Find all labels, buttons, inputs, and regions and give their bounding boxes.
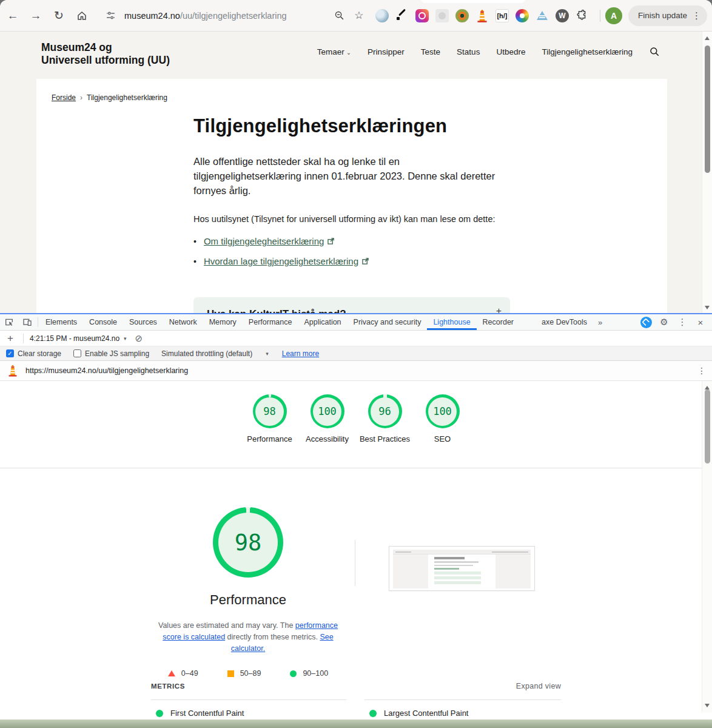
scroll-up-arrow-icon[interactable]	[705, 36, 710, 40]
list-item: Hvordan lage tilgjengelighetserklæring	[193, 256, 510, 266]
report-select-dropdown[interactable]: 4:21:15 PM - museum24.no ▾	[30, 334, 127, 343]
link-om-tilgjengelegheitserklaering[interactable]: Om tilgjengelegheitserklæring	[204, 236, 324, 246]
accessibility-label: Accessibility	[306, 434, 349, 444]
site-nav: Temaer⌄ Prinsipper Teste Status Utbedre …	[317, 46, 660, 57]
new-report-icon[interactable]: +	[4, 332, 17, 345]
clear-reports-icon[interactable]: ⊘	[135, 333, 143, 344]
thumbnail-header	[393, 550, 531, 554]
tab-recorder[interactable]: Recorder	[477, 314, 520, 330]
tab-lighthouse[interactable]: Lighthouse	[427, 314, 476, 330]
nav-item-tilgjengelighetserklaering[interactable]: Tilgjengelighetserklæring	[542, 47, 633, 56]
profile-avatar[interactable]: A	[605, 7, 622, 24]
browser-toolbar: ← → ↻ museum24.no/uu/tilgjengelighetserk…	[0, 0, 712, 32]
tab-sources[interactable]: Sources	[123, 314, 163, 330]
extension-icon-wave[interactable]: W	[556, 9, 569, 22]
devtools-extension-icon[interactable]	[638, 315, 654, 329]
metrics-divider-left	[151, 699, 346, 700]
clear-storage-option[interactable]: ✓ Clear storage	[6, 349, 61, 358]
nav-item-teste[interactable]: Teste	[421, 47, 440, 56]
throttling-dropdown[interactable]: Simulated throttling (default) ▾	[161, 349, 269, 358]
reload-icon[interactable]: ↻	[49, 5, 69, 26]
tab-privacy-and-security[interactable]: Privacy and security	[348, 314, 428, 330]
url-path: /uu/tilgjengelighetserklaring	[180, 11, 287, 21]
devtools-scrollbar-thumb[interactable]	[705, 389, 710, 463]
metric-largest-contentful-paint[interactable]: Largest Contentful Paint	[369, 709, 468, 718]
extension-icon-swirl[interactable]	[375, 9, 389, 22]
extensions-puzzle-icon[interactable]	[576, 9, 589, 22]
intro-paragraph: Alle offentlige nettsteder skal ha og le…	[193, 154, 510, 198]
chevron-down-icon: ▾	[124, 335, 127, 342]
site-info-icon[interactable]	[106, 10, 116, 21]
checkbox-checked-icon[interactable]: ✓	[6, 349, 14, 357]
close-devtools-icon[interactable]: ×	[693, 315, 708, 329]
nav-item-utbedre[interactable]: Utbedre	[496, 47, 525, 56]
extension-icon-dropper[interactable]	[395, 9, 409, 22]
finish-update-button[interactable]: Finish update ⋮	[628, 5, 707, 26]
extension-icon-headingsmap[interactable]: [h/]	[495, 9, 509, 22]
extension-icon-triangle[interactable]	[536, 9, 549, 22]
performance-big-gauge[interactable]: 98	[213, 507, 283, 578]
extension-icon-camera[interactable]	[415, 9, 429, 22]
tab-performance[interactable]: Performance	[243, 314, 298, 330]
devtools-scrollbar[interactable]	[702, 381, 712, 712]
device-toolbar-icon[interactable]	[18, 314, 36, 330]
extension-icon-disabled[interactable]	[435, 9, 449, 22]
score-seo[interactable]: 100 SEO	[416, 394, 469, 468]
report-url-row: https://museum24.no/uu/tilgjengelighetse…	[0, 361, 712, 381]
page-scrollbar-thumb[interactable]	[705, 46, 710, 173]
tab-console[interactable]: Console	[83, 314, 123, 330]
learn-more-link[interactable]: Learn more	[282, 349, 319, 358]
url-host: museum24.no	[124, 11, 180, 21]
back-icon[interactable]: ←	[2, 5, 23, 26]
page-scrollbar[interactable]	[702, 32, 712, 314]
page-screenshot-thumbnail[interactable]	[389, 546, 535, 591]
tab-memory[interactable]: Memory	[203, 314, 243, 330]
tab-axe-devtools[interactable]: axe DevTools	[536, 314, 593, 330]
metrics-header: METRICS Expand view	[151, 682, 561, 690]
metrics-divider-right	[364, 699, 561, 700]
metric-first-contentful-paint[interactable]: First Contentful Paint	[156, 709, 244, 718]
zoom-out-icon[interactable]	[331, 7, 349, 25]
search-icon[interactable]	[649, 46, 660, 57]
browser-menu-icon[interactable]: ⋮	[692, 10, 701, 21]
extension-icon-lighthouse[interactable]	[475, 9, 489, 22]
address-bar[interactable]: museum24.no/uu/tilgjengelighetserklaring	[124, 11, 287, 21]
tab-application[interactable]: Application	[298, 314, 347, 330]
nav-item-temaer[interactable]: Temaer⌄	[317, 47, 351, 56]
extension-icon-colorwheel[interactable]	[516, 9, 529, 22]
thumbnail-body	[393, 554, 531, 588]
devtools-panel: Elements Console Sources Network Memory …	[0, 313, 712, 720]
nav-item-status[interactable]: Status	[457, 47, 480, 56]
checkbox-empty-icon[interactable]	[73, 349, 81, 357]
js-sampling-option[interactable]: Enable JS sampling	[73, 349, 149, 358]
link-hvordan-lage-tilgjengelighetserklaering[interactable]: Hvordan lage tilgjengelighetserklæring	[204, 256, 358, 266]
tab-network[interactable]: Network	[163, 314, 203, 330]
scroll-down-arrow-icon[interactable]	[705, 704, 710, 707]
score-best-practices[interactable]: 96 Best Practices	[358, 394, 412, 468]
bookmark-star-icon[interactable]: ☆	[350, 7, 368, 25]
score-performance[interactable]: 98 Performance	[243, 394, 297, 468]
score-legend: 0–49 50–89 90–100	[168, 669, 328, 678]
chevron-down-icon: ⌄	[346, 49, 351, 56]
big-gauge-block: 98 Performance Values are estimated and …	[151, 507, 345, 678]
report-url: https://museum24.no/uu/tilgjengelighetse…	[25, 366, 188, 375]
row-divider	[23, 334, 24, 343]
inspect-element-icon[interactable]	[0, 314, 18, 330]
report-options-icon[interactable]: ⋮	[697, 366, 706, 376]
settings-gear-icon[interactable]: ⚙	[656, 315, 672, 329]
breadcrumb-home-link[interactable]: Forside	[52, 93, 76, 102]
scroll-down-arrow-icon[interactable]	[705, 306, 710, 309]
tab-elements[interactable]: Elements	[39, 314, 83, 330]
devtools-menu-icon[interactable]: ⋮	[674, 315, 690, 329]
site-title[interactable]: Museum24 og Universell utforming (UU)	[41, 41, 170, 67]
home-icon[interactable]	[72, 5, 92, 26]
more-tabs-icon[interactable]: »	[593, 314, 607, 330]
forward-icon[interactable]: →	[25, 5, 46, 26]
nav-item-prinsipper[interactable]: Prinsipper	[368, 47, 405, 56]
column-divider	[355, 540, 355, 586]
best-practices-gauge: 96	[368, 394, 402, 428]
extension-icon-eye[interactable]	[455, 9, 469, 22]
browser-window: ← → ↻ museum24.no/uu/tilgjengelighetserk…	[0, 0, 712, 728]
expand-view-button[interactable]: Expand view	[516, 682, 561, 690]
score-accessibility[interactable]: 100 Accessibility	[301, 394, 354, 468]
